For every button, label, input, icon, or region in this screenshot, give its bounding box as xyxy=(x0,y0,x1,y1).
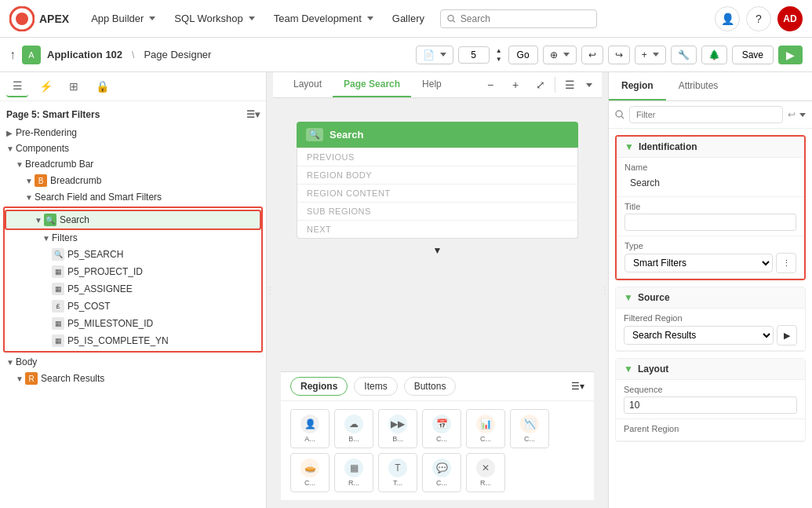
p5-search-item[interactable]: 🔍 P5_SEARCH xyxy=(5,246,261,263)
source-collapse-icon[interactable]: ▼ xyxy=(624,292,633,303)
search-results-item[interactable]: ▼ R Search Results xyxy=(0,370,266,387)
tab-buttons[interactable]: Buttons xyxy=(404,377,457,396)
region-previous: PREVIOUS xyxy=(297,148,577,166)
region-icon-a[interactable]: 👤 A... xyxy=(290,409,330,448)
region-icon-c3[interactable]: 📉 C... xyxy=(510,409,549,448)
search-selected-item[interactable]: ▼ 🔍 Search xyxy=(5,210,261,230)
nav-right-actions: 👤 ? AD xyxy=(715,6,803,31)
layout-collapse-icon[interactable]: ▼ xyxy=(624,364,633,375)
redo-button[interactable]: ↪ xyxy=(608,46,630,64)
team-dev-chevron xyxy=(367,16,373,20)
svg-line-5 xyxy=(621,116,624,119)
run-button[interactable]: ▶ xyxy=(778,46,803,64)
sequence-value[interactable]: 10 xyxy=(624,397,797,414)
region-icon-xr[interactable]: ✕ R... xyxy=(466,453,505,492)
share-button[interactable]: 🌲 xyxy=(701,46,727,64)
lightning-tab-icon[interactable]: ⚡ xyxy=(35,75,56,97)
type-select[interactable]: Smart Filters xyxy=(624,254,773,272)
name-value[interactable]: Search xyxy=(624,174,796,192)
page-number-input[interactable] xyxy=(458,46,490,64)
bottom-menu[interactable]: ☰▾ xyxy=(571,381,584,392)
filter-back-btn[interactable]: ↩ xyxy=(788,109,796,120)
page-selector-button[interactable]: 📄 xyxy=(416,46,453,64)
p5-cost-label: P5_COST xyxy=(67,301,111,312)
user-menu-button[interactable]: 👤 xyxy=(715,6,740,31)
tab-region[interactable]: Region xyxy=(609,72,666,101)
breadcrumb-separator: \ xyxy=(132,49,134,60)
fullscreen-btn[interactable]: ⤢ xyxy=(530,74,552,96)
p5-assignee-item[interactable]: ▦ P5_ASSIGNEE xyxy=(5,280,261,298)
search-arrow: ▼ xyxy=(35,216,44,225)
components-arrow: ▼ xyxy=(6,144,16,153)
region-icon-c1[interactable]: 📅 C... xyxy=(422,409,461,448)
go-button[interactable]: Go xyxy=(508,46,538,64)
components-tab-icon[interactable]: ⊞ xyxy=(63,75,85,97)
user-avatar[interactable]: AD xyxy=(777,6,803,31)
p5-complete-item[interactable]: ▦ P5_IS_COMPLETE_YN xyxy=(5,332,261,349)
scroll-indicator: ▼ xyxy=(297,245,578,256)
region-icon-c2[interactable]: 📊 C... xyxy=(466,409,505,448)
zoom-in-btn[interactable]: + xyxy=(504,74,526,96)
apex-logo-icon xyxy=(9,6,35,31)
nav-gallery[interactable]: Gallery xyxy=(383,0,434,37)
undo-button[interactable]: ↩ xyxy=(581,46,603,64)
right-resize-handle[interactable]: ⋮ xyxy=(602,72,608,508)
type-select-extra-btn[interactable]: ⋮ xyxy=(776,253,796,273)
shared-tab-icon[interactable]: 🔒 xyxy=(91,75,113,97)
p5-cost-item[interactable]: ₤ P5_COST xyxy=(5,298,261,315)
nav-app-builder[interactable]: App Builder xyxy=(82,0,165,37)
breadcrumb-item[interactable]: ▼ B Breadcrumb xyxy=(0,172,266,189)
page-num-down[interactable]: ▼ xyxy=(494,55,504,63)
tab-items[interactable]: Items xyxy=(354,377,397,396)
filtered-region-extra-btn[interactable]: ▶ xyxy=(777,325,797,345)
filtered-region-select-wrapper: Search Results ▶ xyxy=(624,325,797,345)
apex-logo[interactable]: APEX xyxy=(9,6,69,31)
region-icon-c4[interactable]: 🥧 C... xyxy=(290,453,330,492)
breadcrumb-bar-item[interactable]: ▼ Breadcrumb Bar xyxy=(0,156,266,172)
body-item[interactable]: ▼ Body xyxy=(0,354,266,370)
region-icon-b2[interactable]: ▶▶ B... xyxy=(378,409,417,448)
tree-tab-icon[interactable]: ☰ xyxy=(6,75,28,97)
p5-project-id-item[interactable]: ▦ P5_PROJECT_ID xyxy=(5,263,261,280)
tools-button[interactable]: 🔧 xyxy=(671,46,697,64)
zoom-out-btn[interactable]: − xyxy=(479,74,501,96)
identification-collapse-icon[interactable]: ▼ xyxy=(624,141,634,152)
smart-filters-folder[interactable]: ▼ Search Field and Smart Filters xyxy=(0,189,266,205)
p5-project-id-label: P5_PROJECT_ID xyxy=(67,266,143,277)
right-filter-input[interactable] xyxy=(629,106,783,123)
help-button[interactable]: ? xyxy=(746,6,771,31)
region-icon-chat[interactable]: 💬 C... xyxy=(422,453,461,492)
page-create-button[interactable]: ⊕ xyxy=(543,46,577,64)
components-item[interactable]: ▼ Components xyxy=(0,141,266,156)
region-content-block: PREVIOUS REGION BODY REGION CONTENT SUB … xyxy=(297,148,578,239)
center-menu-btn[interactable]: ☰ xyxy=(559,74,581,96)
title-value[interactable] xyxy=(624,214,796,231)
filters-item[interactable]: ▼ Filters xyxy=(5,230,261,246)
center-bottom: Regions Items Buttons ☰▾ 👤 A... ☁ B... xyxy=(281,371,594,500)
region-icon-textarea[interactable]: T T... xyxy=(378,453,417,492)
global-search-box[interactable] xyxy=(440,9,597,28)
save-button[interactable]: Save xyxy=(732,46,774,64)
page-menu-button[interactable]: ☰▾ xyxy=(246,109,260,120)
pre-rendering-item[interactable]: ▶ Pre-Rendering xyxy=(0,125,266,141)
tab-attributes[interactable]: Attributes xyxy=(666,72,731,101)
page-num-up[interactable]: ▲ xyxy=(494,46,504,54)
add-button[interactable]: + xyxy=(635,46,666,64)
filtered-region-select[interactable]: Search Results xyxy=(624,326,774,345)
left-resize-handle[interactable]: ⋮ xyxy=(267,72,273,508)
tab-page-search[interactable]: Page Search xyxy=(333,72,411,97)
p5-milestone-item[interactable]: ▦ P5_MILESTONE_ID xyxy=(5,315,261,332)
back-button[interactable]: ↑ xyxy=(9,48,16,62)
region-icon-b1[interactable]: ☁ B... xyxy=(334,409,373,448)
icon-shape-b2: ▶▶ xyxy=(388,415,407,433)
nav-team-dev[interactable]: Team Development xyxy=(264,0,383,37)
tab-help[interactable]: Help xyxy=(411,72,453,97)
region-icon-table[interactable]: ▦ R... xyxy=(334,453,373,492)
tab-regions[interactable]: Regions xyxy=(290,377,348,396)
tab-layout[interactable]: Layout xyxy=(282,72,333,97)
nav-sql-workshop[interactable]: SQL Workshop xyxy=(165,0,264,37)
identification-header: ▼ Identification xyxy=(617,137,804,158)
app-name: Application 102 xyxy=(47,49,122,60)
identification-section: ▼ Identification Name Search Title Type … xyxy=(615,135,806,280)
global-search-input[interactable] xyxy=(461,13,590,24)
